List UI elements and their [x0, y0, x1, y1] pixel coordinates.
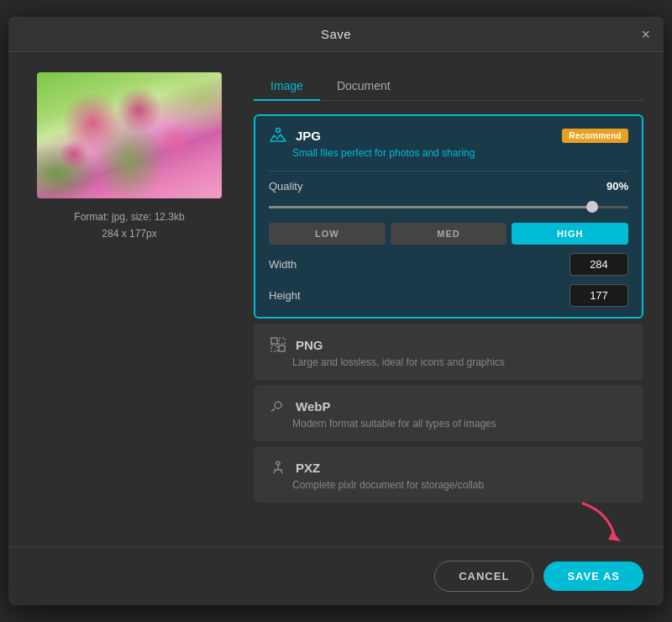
format-pxz-desc: Complete pixlr document for storage/coll… [292, 479, 628, 491]
image-dimensions: 284 x 177px [74, 225, 184, 242]
quality-slider-container[interactable] [269, 199, 628, 214]
height-label: Height [269, 289, 301, 302]
close-button[interactable]: × [641, 27, 650, 42]
quality-row: Quality 90% [269, 180, 628, 192]
format-webp-desc: Modern format suitable for all types of … [292, 418, 628, 430]
svg-rect-4 [279, 345, 285, 351]
dialog-body: Format: jpg, size: 12.3kb 284 x 177px Im… [8, 52, 664, 546]
svg-rect-2 [279, 338, 285, 344]
format-png-name-row: PNG [269, 335, 323, 355]
slider-fill [269, 206, 592, 208]
format-jpg-desc: Small files perfect for photos and shari… [292, 147, 628, 159]
quality-low-button[interactable]: LOW [269, 223, 386, 245]
svg-point-6 [276, 461, 280, 465]
format-jpg[interactable]: JPG Recommend Small files perfect for ph… [254, 114, 643, 319]
svg-rect-1 [271, 338, 277, 344]
cancel-button[interactable]: CANCEL [434, 561, 533, 592]
image-info: Format: jpg, size: 12.3kb 284 x 177px [74, 208, 184, 243]
format-pxz-header: PXZ [269, 458, 628, 477]
dialog-footer: CANCEL SAVE AS [8, 546, 664, 605]
format-jpg-header: JPG Recommend [269, 126, 628, 145]
format-pxz-name-row: PXZ [269, 458, 320, 477]
format-png[interactable]: PNG Large and lossless, ideal for icons … [254, 324, 643, 380]
jpg-icon [269, 126, 287, 145]
slider-thumb[interactable] [586, 201, 598, 213]
tabs: Image Document [254, 72, 643, 101]
format-webp-header: WebP [269, 397, 628, 416]
image-format-size: Format: jpg, size: 12.3kb [74, 208, 184, 225]
format-png-header: PNG [269, 335, 628, 355]
tab-document[interactable]: Document [320, 72, 407, 101]
width-input[interactable] [570, 253, 628, 276]
save-dialog: Save × Format: jpg, size: 12.3kb 284 x 1… [8, 17, 664, 605]
format-jpg-label: JPG [296, 129, 321, 143]
quality-section: Quality 90% LOW MED HIGH [269, 171, 628, 307]
height-input[interactable] [570, 284, 628, 307]
dialog-title: Save [321, 27, 351, 41]
quality-value: 90% [606, 180, 628, 192]
format-webp[interactable]: WebP Modern format suitable for all type… [254, 385, 643, 441]
tab-image[interactable]: Image [254, 72, 320, 101]
pxz-icon [269, 458, 287, 477]
format-pxz[interactable]: PXZ Complete pixlr document for storage/… [254, 446, 643, 503]
slider-track [269, 206, 628, 208]
format-jpg-name-row: JPG [269, 126, 321, 145]
flower-image [37, 72, 222, 198]
height-row: Height [269, 284, 628, 307]
format-webp-label: WebP [296, 399, 330, 414]
quality-label: Quality [269, 180, 302, 192]
format-png-label: PNG [296, 338, 323, 352]
png-icon [269, 335, 287, 355]
width-label: Width [269, 258, 297, 271]
format-list: JPG Recommend Small files perfect for ph… [254, 114, 643, 503]
quality-med-button[interactable]: MED [391, 223, 507, 245]
recommend-badge: Recommend [562, 129, 628, 143]
svg-point-5 [275, 402, 281, 409]
dialog-header: Save × [8, 17, 664, 52]
left-panel: Format: jpg, size: 12.3kb 284 x 177px [29, 72, 230, 526]
quality-high-button[interactable]: HIGH [512, 223, 628, 245]
svg-point-0 [276, 129, 281, 133]
webp-icon [269, 397, 287, 416]
right-panel: Image Document [254, 72, 643, 526]
image-preview [37, 72, 222, 198]
svg-rect-3 [271, 345, 277, 351]
width-row: Width [269, 253, 628, 276]
format-pxz-label: PXZ [296, 461, 320, 475]
format-png-desc: Large and lossless, ideal for icons and … [292, 356, 628, 368]
format-webp-name-row: WebP [269, 397, 330, 416]
quality-buttons: LOW MED HIGH [269, 223, 628, 245]
save-as-button[interactable]: SAVE AS [543, 561, 643, 591]
